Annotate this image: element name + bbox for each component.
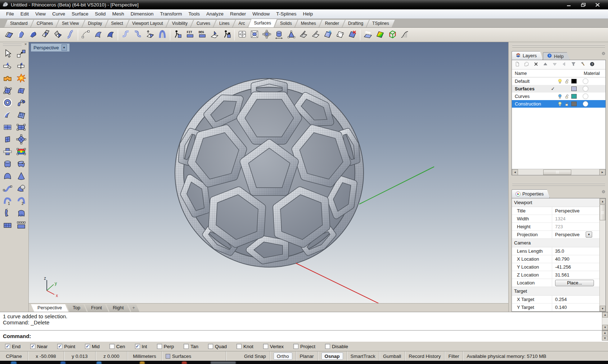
toolbar-tab-curves[interactable]: Curves xyxy=(191,20,216,27)
bounding-box-button[interactable] xyxy=(386,29,398,41)
close-button[interactable] xyxy=(593,2,602,8)
layers-horizontal-scrollbar[interactable]: ◄ ► xyxy=(512,169,605,175)
osnap-cen[interactable]: Cen xyxy=(109,344,125,349)
control-point-surface-button[interactable] xyxy=(1,85,14,97)
curvature-graph-button[interactable] xyxy=(398,29,411,41)
menu-tools[interactable]: Tools xyxy=(185,10,203,17)
rhino-app-icon[interactable] xyxy=(2,1,9,8)
panel-tab-layers[interactable]: Layers xyxy=(512,51,543,60)
osnap-disable[interactable]: Disable xyxy=(325,344,348,349)
menu-dimension[interactable]: Dimension xyxy=(127,10,157,17)
split-viewport-button[interactable] xyxy=(236,29,248,41)
join-puzzle-button[interactable] xyxy=(1,72,14,85)
scrollbar-thumb[interactable] xyxy=(543,170,571,175)
minimize-button[interactable] xyxy=(564,2,573,8)
dropdown-arrow-icon[interactable]: ▼ xyxy=(586,232,592,238)
scroll-up-icon[interactable]: ▲ xyxy=(600,198,605,204)
checkbox-disable[interactable] xyxy=(325,344,330,349)
menu-mesh[interactable]: Mesh xyxy=(109,10,127,17)
menu-window[interactable]: Window xyxy=(249,10,273,17)
layer-material-swatch[interactable] xyxy=(583,94,588,99)
analysis-rainbow-button[interactable] xyxy=(374,29,386,41)
checkbox-near[interactable]: ✓ xyxy=(30,344,35,349)
heightfield-plane-button[interactable] xyxy=(1,219,14,232)
direction-arrows-button[interactable] xyxy=(362,29,374,41)
menu-t-splines[interactable]: T-Splines xyxy=(273,10,300,17)
place-camera-button[interactable]: Place... xyxy=(555,280,594,286)
panel-splitter-2[interactable] xyxy=(512,183,605,186)
layer-material-swatch[interactable] xyxy=(583,101,588,107)
layer-lock-icon[interactable] xyxy=(563,102,570,107)
layer-visibility-bulb-icon[interactable] xyxy=(557,78,563,84)
toolbar-tab-set-view[interactable]: Set View xyxy=(56,20,85,27)
menu-edit[interactable]: Edit xyxy=(17,10,32,17)
menu-help[interactable]: Help xyxy=(300,10,316,17)
control-points-button[interactable] xyxy=(261,29,273,41)
patch-surface-button[interactable] xyxy=(92,29,104,41)
layer-tools-button[interactable] xyxy=(578,61,587,69)
status-toggle-grid-snap[interactable]: Grid Snap xyxy=(240,351,270,361)
view-tab-perspective[interactable]: Perspective xyxy=(31,304,68,312)
checkbox-knot[interactable] xyxy=(237,344,242,349)
osnap-vertex[interactable]: Vertex xyxy=(263,344,284,349)
checkbox-tan[interactable] xyxy=(184,344,189,349)
menu-view[interactable]: View xyxy=(32,10,49,17)
panel-options-gear-icon[interactable] xyxy=(601,51,606,57)
menu-render[interactable]: Render xyxy=(227,10,249,17)
property-value[interactable]: 31.561 xyxy=(555,272,569,278)
layer-row-default[interactable]: Default xyxy=(512,77,605,85)
filter-button[interactable] xyxy=(569,61,578,69)
drape-button[interactable] xyxy=(14,207,28,219)
spin-up-icon[interactable]: ▲ xyxy=(602,331,608,336)
extrude-cylinder-button[interactable] xyxy=(273,29,285,41)
curved-surface-button[interactable] xyxy=(15,29,27,41)
scroll-down-icon[interactable]: ▼ xyxy=(602,325,608,330)
layer-material-swatch[interactable] xyxy=(583,78,588,84)
checkbox-mid[interactable]: ✓ xyxy=(85,344,90,349)
extrude-solid-button[interactable] xyxy=(1,158,14,170)
toolbar-tab-drafting[interactable]: Drafting xyxy=(342,20,369,27)
command-prompt[interactable]: Command: xyxy=(0,330,608,342)
plane-corner-points-button[interactable] xyxy=(14,121,28,134)
move-up-button[interactable] xyxy=(541,61,550,69)
osnap-tan[interactable]: Tan xyxy=(184,344,198,349)
property-value[interactable]: 35.0 xyxy=(555,248,564,254)
flip-surface-2-button[interactable] xyxy=(132,29,144,41)
osnap-project[interactable]: Project xyxy=(293,344,315,349)
select-cursor-button[interactable] xyxy=(1,48,14,60)
toolbar-tab-arc[interactable]: Arc xyxy=(233,20,251,27)
fold-surface-2-button[interactable] xyxy=(52,29,64,41)
perspective-viewport[interactable]: z y x Perspective ▼ xyxy=(29,42,508,303)
toolbar-tab-render[interactable]: Render xyxy=(319,20,345,27)
status-toggle-filter[interactable]: Filter xyxy=(445,351,463,361)
toolbar-tab-select[interactable]: Select xyxy=(105,20,129,27)
status-toggle-record-history[interactable]: Record History xyxy=(405,351,445,361)
picture-frame-button[interactable] xyxy=(14,146,28,158)
torus-button[interactable] xyxy=(1,97,14,109)
checkbox-cen[interactable] xyxy=(109,344,114,349)
explode-button[interactable] xyxy=(14,72,28,85)
flip-surface-button[interactable] xyxy=(120,29,132,41)
shade-surface-2-button[interactable] xyxy=(310,29,322,41)
curved-band-button[interactable] xyxy=(1,109,14,121)
rebuild-surface-button[interactable] xyxy=(221,29,233,41)
checkbox-vertex[interactable] xyxy=(263,344,268,349)
extend-surface-button[interactable] xyxy=(3,29,15,41)
property-value[interactable]: Perspective xyxy=(555,232,580,237)
soft-surface-button[interactable] xyxy=(14,85,28,97)
scroll-up-icon[interactable]: ▲ xyxy=(602,312,608,318)
layer-material-swatch[interactable] xyxy=(583,86,588,91)
duplicate-layer-button[interactable] xyxy=(522,61,531,69)
curved-surface-2-button[interactable] xyxy=(27,29,40,41)
menu-curve[interactable]: Curve xyxy=(49,10,68,17)
dome-button[interactable] xyxy=(1,170,14,183)
wavy-solid-button[interactable] xyxy=(14,158,28,170)
toolbar-tab-lines[interactable]: Lines xyxy=(213,20,235,27)
layer-row-curves[interactable]: Curves xyxy=(512,93,605,100)
change-degree-button[interactable]: DEG xyxy=(196,29,208,41)
restore-button[interactable] xyxy=(578,2,588,8)
osnap-near[interactable]: ✓Near xyxy=(30,344,48,349)
menu-solid[interactable]: Solid xyxy=(92,10,109,17)
scroll-left-icon[interactable]: ◄ xyxy=(512,169,518,175)
toolbar-tab-cplanes[interactable]: CPlanes xyxy=(31,20,59,27)
